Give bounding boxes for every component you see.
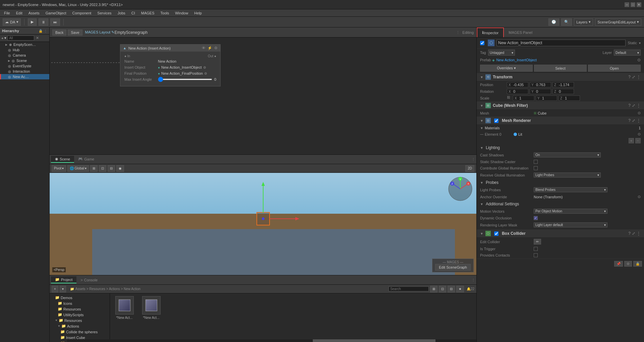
transform-help-icon[interactable]: ? bbox=[628, 75, 631, 79]
step-button[interactable]: ⏭ bbox=[50, 18, 60, 26]
inspector-lock-button[interactable]: 🔒 bbox=[633, 261, 642, 267]
tag-dropdown[interactable]: Untagged ▾ bbox=[488, 50, 515, 56]
open-button[interactable]: Open bbox=[588, 65, 641, 72]
layers-dropdown[interactable]: Layers ▾ bbox=[574, 18, 593, 26]
hierarchy-item-eventsystem[interactable]: ◎ EventSyste bbox=[0, 63, 49, 69]
asset-thumb-2[interactable]: *New Act... bbox=[139, 296, 163, 320]
node-bolt-icon[interactable]: ⚡ bbox=[208, 46, 212, 50]
clear-search-icon[interactable]: ✕ bbox=[36, 36, 39, 40]
transform-more-icon[interactable]: ⋮ bbox=[637, 75, 641, 79]
menu-file[interactable]: File bbox=[1, 10, 13, 16]
pause-button[interactable]: ⏸ bbox=[39, 18, 48, 26]
contacts-check[interactable] bbox=[534, 253, 538, 257]
project-fav[interactable]: ★ bbox=[456, 286, 464, 292]
close-button[interactable]: ✕ bbox=[637, 2, 641, 7]
snap2-button[interactable]: ⊟ bbox=[108, 165, 115, 172]
inspector-pin-button[interactable]: 📌 bbox=[614, 261, 623, 267]
rot-y-value[interactable]: 0 bbox=[536, 89, 549, 93]
tree-item-resources-sub[interactable]: 📁 Resources bbox=[51, 306, 108, 312]
hierarchy-lock-button[interactable]: 🔒 bbox=[39, 29, 43, 33]
scale-x-value[interactable]: 1 bbox=[519, 96, 533, 100]
rendering-layer-dropdown[interactable]: Light Layer default ▾ bbox=[534, 222, 607, 227]
mr-expand-icon[interactable]: ⤢ bbox=[632, 118, 635, 123]
menu-component[interactable]: Component bbox=[69, 10, 94, 16]
2d-button[interactable]: 2D bbox=[465, 165, 474, 172]
add-material-button[interactable]: + bbox=[629, 138, 634, 143]
meshfilter-component-header[interactable]: ▼ ⊞ Cube (Mesh Filter) ? ⤢ ⋮ bbox=[477, 101, 644, 110]
additional-expand-icon[interactable]: ▼ bbox=[480, 202, 483, 206]
node-eye-icon[interactable]: 👁 bbox=[202, 46, 206, 50]
menu-mages[interactable]: MAGES bbox=[138, 10, 157, 16]
edit-collider-button[interactable]: ✏ bbox=[534, 239, 541, 245]
anchor-select-icon[interactable]: ⊙ bbox=[638, 195, 641, 199]
hierarchy-item-interaction[interactable]: ◎ Interaction bbox=[0, 69, 49, 74]
search-button[interactable]: 🔍 bbox=[561, 18, 572, 26]
lighting-expand-icon[interactable]: ▼ bbox=[480, 146, 483, 150]
menu-help[interactable]: Help bbox=[191, 10, 204, 16]
hierarchy-item-newaction[interactable]: ◎ New Ac… bbox=[0, 74, 49, 79]
object-name-input[interactable] bbox=[496, 40, 626, 46]
renderer-component-header[interactable]: ▼ ⊟ Mesh Renderer ? ⤢ ⋮ bbox=[477, 117, 644, 125]
menu-services[interactable]: Services bbox=[95, 10, 114, 16]
hierarchy-more-button[interactable]: ⋮ bbox=[44, 29, 47, 33]
bc-more-icon[interactable]: ⋮ bbox=[637, 231, 641, 236]
global-button[interactable]: 🌐 Global ▾ bbox=[67, 165, 89, 172]
transform-component-header[interactable]: ▼ ⟲ Transform ? ⤢ ⋮ bbox=[477, 73, 644, 81]
tree-item-demos[interactable]: 📁 Demos bbox=[51, 295, 108, 300]
scroll-thumb[interactable] bbox=[313, 339, 435, 342]
mages-more-button[interactable]: ⋮ bbox=[456, 30, 460, 34]
mf-expand-icon[interactable]: ⤢ bbox=[632, 103, 635, 108]
tree-item-resources[interactable]: ▼ 📁 Resources bbox=[51, 318, 108, 323]
menu-edit[interactable]: Edit bbox=[13, 10, 25, 16]
tree-item-icons[interactable]: 📁 Icons bbox=[51, 300, 108, 306]
prefab-link-icon[interactable]: ⊙ bbox=[637, 58, 641, 62]
snap-button[interactable]: ⊡ bbox=[99, 165, 106, 172]
motion-vectors-dropdown[interactable]: Per Object Motion ▾ bbox=[534, 209, 607, 214]
receive-gi-dropdown[interactable]: Light Probes ▾ bbox=[534, 173, 601, 178]
pivot-button[interactable]: Pivot ▾ bbox=[52, 165, 66, 172]
light-probes-dropdown[interactable]: Blend Probes ▾ bbox=[534, 187, 607, 192]
pos-y-value[interactable]: 0.763 bbox=[536, 83, 549, 87]
layout-dropdown[interactable]: SceneGraphEditLayout ▾ bbox=[595, 18, 641, 26]
obj-settings-icon[interactable]: ⚙ bbox=[203, 66, 206, 69]
history-button[interactable]: 🕐 bbox=[548, 18, 559, 26]
overrides-button[interactable]: Overrides ▾ bbox=[480, 65, 533, 72]
back-button[interactable]: Back bbox=[52, 29, 66, 36]
select-button[interactable]: Select bbox=[534, 65, 587, 72]
minimize-button[interactable]: ─ bbox=[625, 2, 629, 7]
add-folder-button[interactable]: + bbox=[52, 286, 58, 292]
dynamic-occlusion-check[interactable] bbox=[534, 216, 538, 220]
scale-link-icon[interactable]: ⛓ bbox=[507, 95, 510, 101]
rot-x-value[interactable]: 0 bbox=[513, 89, 527, 93]
project-tool1[interactable]: ⊞ bbox=[430, 286, 437, 292]
bc-expand-icon[interactable]: ⤢ bbox=[632, 231, 635, 236]
gizmo-button[interactable]: ◉ bbox=[116, 165, 124, 172]
pos-z-value[interactable]: -1.174 bbox=[559, 83, 572, 87]
scale-z-value[interactable]: 1 bbox=[565, 96, 578, 100]
bottom-more-button[interactable]: ⋮ bbox=[472, 278, 475, 282]
collider-component-header[interactable]: ▼ ⬡ Box Collider ? ⤢ ⋮ bbox=[477, 229, 644, 238]
rot-z-value[interactable]: 0 bbox=[559, 89, 572, 93]
menu-gameobject[interactable]: GameObject bbox=[43, 10, 69, 16]
tree-item-actions[interactable]: ▼ 📁 Actions bbox=[51, 323, 108, 329]
static-shadow-check[interactable] bbox=[534, 160, 538, 164]
transform-expand-icon[interactable]: ⤢ bbox=[632, 75, 635, 79]
menu-ci[interactable]: CI bbox=[129, 10, 138, 16]
save-button[interactable]: Save bbox=[68, 29, 82, 36]
tab-project[interactable]: 📁 Project bbox=[51, 276, 76, 283]
hierarchy-item-emptyscene[interactable]: ▶ ⊕ EmptyScen… bbox=[0, 42, 49, 47]
mf-more-icon[interactable]: ⋮ bbox=[637, 103, 641, 108]
hierarchy-search-input[interactable] bbox=[7, 36, 34, 41]
mesh-select-icon[interactable]: ⊙ bbox=[638, 111, 641, 115]
node-collapse-icon[interactable]: ▲ bbox=[123, 46, 126, 50]
tab-inspector[interactable]: ℹ Inspector bbox=[477, 27, 504, 37]
scene-cube[interactable] bbox=[256, 212, 270, 225]
remove-material-button[interactable]: − bbox=[635, 138, 641, 143]
pos-settings-icon[interactable]: ⚙ bbox=[204, 72, 207, 75]
edit-scenegraph-button[interactable]: Edit SceneGraph bbox=[435, 264, 471, 271]
mf-help-icon[interactable]: ? bbox=[628, 103, 631, 108]
mages-layout-label[interactable]: MAGES Layout ✎ bbox=[85, 30, 115, 35]
hierarchy-item-camera[interactable]: ◎ Camera bbox=[0, 53, 49, 58]
angle-slider[interactable] bbox=[158, 79, 212, 80]
tree-item-collide[interactable]: 📁 Collide the spheres bbox=[51, 329, 108, 335]
